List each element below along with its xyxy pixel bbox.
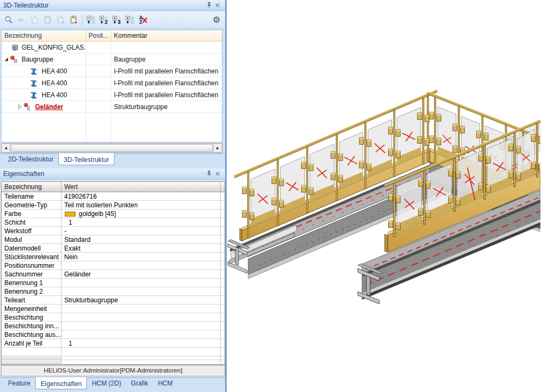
tree-row-position xyxy=(86,77,111,89)
expand-level-3-icon[interactable]: 3 xyxy=(111,13,124,26)
tree-row[interactable]: Geländer Strukturbaugruppe xyxy=(2,101,222,113)
property-label: Sachnummer xyxy=(2,270,62,279)
paste-icon[interactable] xyxy=(41,13,54,26)
property-row[interactable]: TeileartStrukturbaugruppe xyxy=(2,296,225,305)
property-value: Exakt xyxy=(62,244,221,253)
tree-row[interactable]: Baugruppe Baugruppe xyxy=(2,53,222,65)
close-icon[interactable]: ✕ xyxy=(213,170,222,178)
settings-gear-icon[interactable]: ⚙ xyxy=(210,13,223,26)
tree-row-label: GEL_KONFIG_GLAS... xyxy=(22,44,86,51)
property-row[interactable]: Schicht1 xyxy=(2,218,225,227)
tree-horizontal-scrollbar[interactable]: ◄ ► xyxy=(1,143,222,153)
tab-feature[interactable]: Feature xyxy=(3,378,35,390)
property-label: Schicht xyxy=(2,218,62,227)
property-row[interactable]: Benennung 1 xyxy=(2,279,225,287)
property-label: Anzahl je Teil xyxy=(2,339,62,348)
tree-row-comment: I-Profil mit parallelen Flanschflächen xyxy=(111,77,222,89)
property-value: 1 xyxy=(62,218,221,227)
property-row[interactable]: Teilename419026716 xyxy=(2,192,225,201)
tree-row-position xyxy=(86,89,111,100)
scroll-right-arrow-icon[interactable]: ► xyxy=(213,144,222,152)
property-row[interactable]: ModulStandard xyxy=(2,235,225,244)
tree-row-label: HEA 400 xyxy=(42,91,67,99)
3d-viewport[interactable] xyxy=(227,0,540,392)
property-row-empty xyxy=(2,348,225,356)
property-row-farbe[interactable]: Farbegoldgelb [45] xyxy=(2,209,225,218)
property-row[interactable]: Beschichtung inn... xyxy=(2,322,225,330)
expand-all-icon[interactable] xyxy=(124,13,137,26)
copy-icon[interactable] xyxy=(28,13,41,26)
property-label: Beschichtung aus... xyxy=(2,330,62,339)
structure-tab-bar: 2D-Teilestruktur 3D-Teilestruktur xyxy=(0,153,225,168)
tree-row[interactable]: GEL_KONFIG_GLAS... xyxy=(2,42,222,53)
svg-text:Z: Z xyxy=(139,20,143,25)
property-label: Modul xyxy=(2,235,62,244)
expander-collapsed-icon[interactable] xyxy=(16,103,23,110)
property-label: Teileart xyxy=(2,296,62,305)
cut-icon[interactable]: ✂ xyxy=(15,13,28,26)
property-label: Farbe xyxy=(2,209,62,218)
tree-row[interactable]: HEA 400 I-Profil mit parallelen Flanschf… xyxy=(2,65,222,77)
property-label: Datenmodell xyxy=(2,244,62,253)
property-value: - xyxy=(62,227,221,235)
property-value: Strukturbaugruppe xyxy=(62,296,221,305)
copy-contents-icon[interactable] xyxy=(54,13,67,26)
tree-header-row: Bezeichnung Posit... Kommentar xyxy=(2,30,222,42)
tree-row-position xyxy=(86,101,111,112)
column-header-kommentar[interactable]: Kommentar xyxy=(111,30,222,41)
tab-grafik[interactable]: Grafik xyxy=(126,378,153,390)
property-row[interactable]: Beschichtung aus... xyxy=(2,330,225,339)
property-row[interactable]: SachnummerGeländer xyxy=(2,270,225,279)
tree-row[interactable]: HEA 400 I-Profil mit parallelen Flanschf… xyxy=(2,77,222,89)
property-row[interactable]: Benennung 2 xyxy=(2,287,225,296)
helios-status-bar: HELiOS-User:Administrator[PDM-Administra… xyxy=(1,365,225,376)
expand-level-2-icon[interactable]: 2 xyxy=(98,13,111,26)
pin-icon[interactable] xyxy=(205,170,213,178)
assembly-icon xyxy=(10,55,19,64)
tree-row-label: HEA 400 xyxy=(42,67,67,75)
property-row[interactable]: DatenmodellExakt xyxy=(2,244,225,253)
property-row[interactable]: Werkstoff- xyxy=(2,227,225,235)
property-row[interactable]: Mengeneinheit xyxy=(2,305,225,313)
tree-row-position xyxy=(86,53,111,65)
scroll-left-arrow-icon[interactable]: ◄ xyxy=(2,144,10,152)
tree-toolbar: ✂ 2 3 xyxy=(0,11,225,29)
box-part-icon xyxy=(11,43,19,52)
property-row[interactable]: Anzahl je Teil1 xyxy=(2,339,225,348)
tree-row[interactable]: HEA 400 I-Profil mit parallelen Flanschf… xyxy=(2,89,222,101)
tab-2d-teilestruktur[interactable]: 2D-Teilestruktur xyxy=(3,154,58,166)
close-icon[interactable]: ✕ xyxy=(213,2,222,9)
expander-expanded-icon[interactable] xyxy=(3,56,10,62)
column-header-bezeichnung[interactable]: Bezeichnung xyxy=(2,182,62,192)
scrollbar-thumb[interactable] xyxy=(11,144,213,152)
tab-hcm[interactable]: HCM xyxy=(153,378,177,390)
pin-icon[interactable] xyxy=(205,2,213,9)
property-row[interactable]: StücklistenrelevantNein xyxy=(2,253,225,261)
property-row-empty xyxy=(2,356,225,361)
application-window: 3D-Teilestruktur ✕ ✂ xyxy=(0,0,542,392)
property-row-empty xyxy=(2,360,225,364)
column-header-bezeichnung[interactable]: Bezeichnung xyxy=(2,30,86,41)
tab-eigenschaften[interactable]: Eigenschaften xyxy=(35,377,87,389)
tree-row-label: HEA 400 xyxy=(42,79,67,87)
collapse-all-icon[interactable] xyxy=(85,13,98,26)
steel-profile-icon xyxy=(30,79,39,87)
toolbar-separator xyxy=(82,15,83,25)
structure-assembly-icon xyxy=(23,103,33,111)
properties-grid: Bezeichnung Wert Teilename419026716 Geom… xyxy=(1,181,225,365)
property-label: Beschichtung inn... xyxy=(2,322,62,330)
tree-row-position xyxy=(86,42,111,53)
paste-contents-icon[interactable] xyxy=(67,13,80,26)
tab-hcm-2d[interactable]: HCM (2D) xyxy=(87,378,126,390)
search-icon[interactable] xyxy=(2,13,15,26)
column-header-position[interactable]: Posit... xyxy=(86,30,111,41)
property-row[interactable]: Positionsnummer xyxy=(2,261,225,270)
property-row[interactable]: Beschichtung xyxy=(2,313,225,322)
tab-3d-teilestruktur[interactable]: 3D-Teilestruktur xyxy=(58,153,114,165)
property-row[interactable]: Geometrie-TypTeil mit isolierten Punkten xyxy=(2,201,225,209)
property-value xyxy=(62,313,221,322)
property-label: Werkstoff xyxy=(2,227,62,235)
property-value xyxy=(62,322,221,330)
column-header-wert[interactable]: Wert xyxy=(62,182,221,192)
remove-sorting-icon[interactable]: AZ xyxy=(137,13,150,26)
